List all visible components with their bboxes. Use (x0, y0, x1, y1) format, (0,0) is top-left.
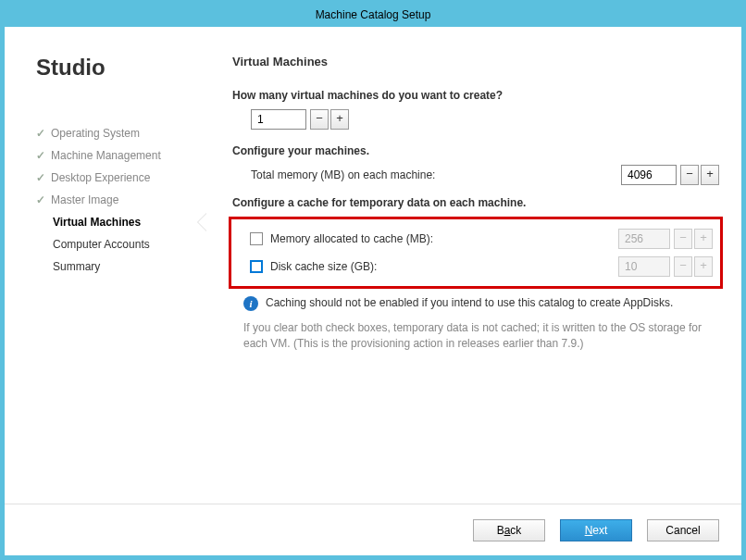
titlebar: Machine Catalog Setup (5, 5, 741, 27)
footer: Back Next Cancel (5, 504, 741, 555)
cache-disk-value: 10 (618, 256, 670, 277)
sidebar-item-desktop-experience[interactable]: ✓ Desktop Experience (36, 167, 206, 189)
check-icon: ✓ (36, 127, 45, 140)
sidebar-item-label: Operating System (51, 127, 140, 140)
body: Studio ✓ Operating System ✓ Machine Mana… (5, 27, 741, 504)
sidebar-heading: Studio (36, 55, 206, 81)
cache-disk-label: Disk cache size (GB): (270, 260, 618, 273)
sidebar-item-label: Machine Management (51, 149, 161, 162)
window-title: Machine Catalog Setup (316, 8, 431, 21)
sidebar: Studio ✓ Operating System ✓ Machine Mana… (5, 27, 206, 504)
cache-memory-increment: + (694, 229, 713, 249)
cache-memory-label: Memory allocated to cache (MB): (270, 232, 618, 245)
cache-heading: Configure a cache for temporary data on … (232, 196, 719, 209)
sidebar-item-summary[interactable]: Summary (36, 255, 206, 278)
cache-highlight-box: Memory allocated to cache (MB): 256 − + … (229, 217, 723, 289)
content: Studio ✓ Operating System ✓ Machine Mana… (5, 27, 741, 555)
main-panel: Virtual Machines How many virtual machin… (206, 27, 741, 504)
sidebar-item-label: Master Image (51, 193, 118, 206)
next-button[interactable]: Next (560, 519, 632, 541)
sidebar-item-computer-accounts[interactable]: Computer Accounts (36, 233, 206, 255)
check-icon: ✓ (36, 193, 45, 206)
sidebar-item-label: Summary (53, 260, 100, 273)
info-row: i Caching should not be enabled if you i… (243, 296, 719, 311)
total-memory-decrement[interactable]: − (680, 165, 699, 185)
cache-disk-increment: + (694, 256, 713, 277)
check-icon: ✓ (36, 149, 45, 162)
total-memory-row: Total memory (MB) on each machine: − + (232, 165, 719, 185)
configure-machines-label: Configure your machines. (232, 144, 719, 157)
cache-disk-decrement: − (674, 256, 692, 277)
total-memory-input[interactable] (621, 165, 677, 185)
sidebar-item-master-image[interactable]: ✓ Master Image (36, 189, 206, 211)
vm-count-question: How many virtual machines do you want to… (232, 89, 719, 102)
info-icon: i (243, 296, 258, 311)
vm-count-decrement[interactable]: − (310, 109, 329, 130)
total-memory-label: Total memory (MB) on each machine: (232, 168, 621, 181)
sidebar-item-label: Desktop Experience (51, 171, 150, 184)
vm-count-row: − + (232, 109, 719, 130)
vm-count-increment[interactable]: + (330, 109, 349, 130)
sidebar-item-label: Computer Accounts (53, 238, 150, 251)
cache-memory-row: Memory allocated to cache (MB): 256 − + (239, 225, 713, 253)
cache-disk-checkbox[interactable] (250, 260, 263, 273)
window: Machine Catalog Setup Studio ✓ Operating… (0, 0, 746, 560)
cache-memory-checkbox[interactable] (250, 232, 263, 245)
total-memory-increment[interactable]: + (701, 165, 719, 185)
cancel-button[interactable]: Cancel (647, 519, 719, 541)
back-button[interactable]: Back (473, 519, 545, 541)
note-text: If you clear both check boxes, temporary… (243, 320, 719, 352)
cache-memory-decrement: − (674, 229, 692, 249)
sidebar-item-label: Virtual Machines (53, 216, 141, 229)
info-text: Caching should not be enabled if you int… (266, 296, 673, 309)
vm-count-input[interactable] (251, 109, 306, 130)
cache-disk-row: Disk cache size (GB): 10 − + (239, 253, 713, 280)
sidebar-item-operating-system[interactable]: ✓ Operating System (36, 122, 206, 144)
sidebar-item-machine-management[interactable]: ✓ Machine Management (36, 144, 206, 167)
sidebar-item-virtual-machines[interactable]: Virtual Machines (36, 211, 206, 233)
check-icon: ✓ (36, 171, 45, 184)
cache-memory-value: 256 (618, 229, 670, 249)
page-title: Virtual Machines (232, 55, 719, 68)
